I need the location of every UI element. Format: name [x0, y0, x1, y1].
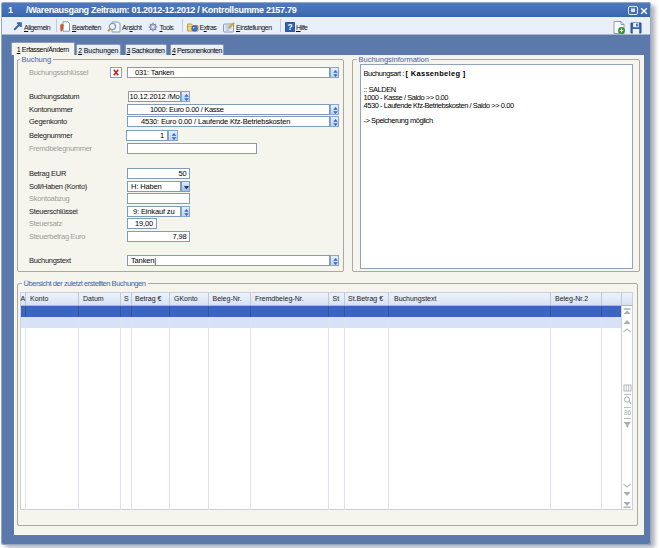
svg-text:86: 86	[623, 409, 631, 416]
svg-text:?: ?	[287, 22, 292, 32]
